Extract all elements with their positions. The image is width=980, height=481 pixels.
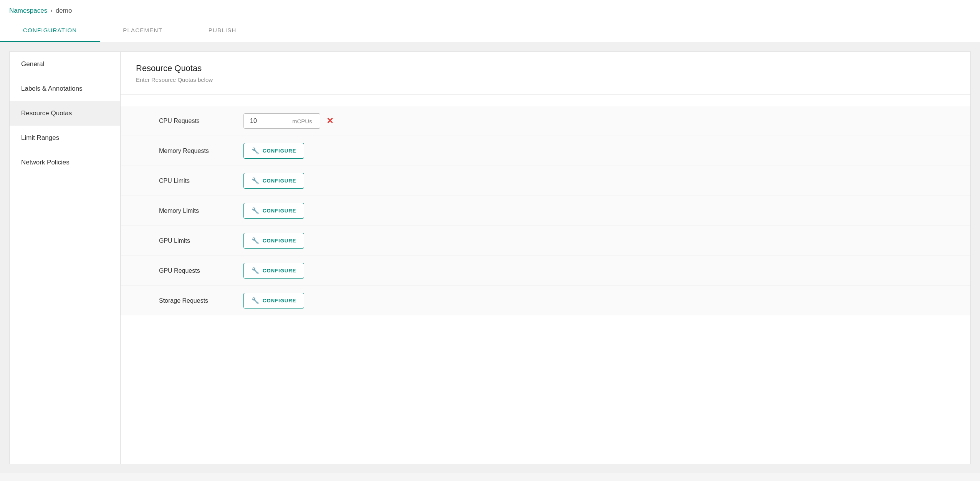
content-area: Resource Quotas Enter Resource Quotas be…: [121, 51, 971, 464]
wrench-icon-4: 🔧: [252, 237, 260, 244]
tab-publish[interactable]: PUBLISH: [185, 19, 260, 42]
label-storage-requests: Storage Requests: [159, 297, 243, 304]
sidebar-item-labels-annotations[interactable]: Labels & Annotations: [10, 76, 120, 101]
cpu-requests-field[interactable]: mCPUs: [243, 113, 320, 129]
label-cpu-limits: CPU Limits: [159, 177, 243, 184]
label-cpu-requests: CPU Requests: [159, 118, 243, 124]
configure-cpu-limits-button[interactable]: 🔧 CONFIGURE: [243, 173, 304, 189]
sidebar-item-network-policies[interactable]: Network Policies: [10, 150, 120, 175]
configure-storage-requests-button[interactable]: 🔧 CONFIGURE: [243, 293, 304, 309]
row-gpu-limits: GPU Limits 🔧 CONFIGURE: [121, 226, 970, 256]
sidebar: General Labels & Annotations Resource Qu…: [9, 51, 121, 464]
configure-memory-requests-button[interactable]: 🔧 CONFIGURE: [243, 143, 304, 159]
configure-memory-requests-label: CONFIGURE: [263, 148, 296, 154]
divider: [121, 95, 970, 95]
configure-memory-limits-label: CONFIGURE: [263, 208, 296, 214]
breadcrumb: Namespaces › demo: [0, 0, 980, 19]
main-layout: General Labels & Annotations Resource Qu…: [0, 42, 980, 473]
wrench-icon: 🔧: [252, 147, 260, 154]
row-gpu-requests: GPU Requests 🔧 CONFIGURE: [121, 256, 970, 286]
wrench-icon-5: 🔧: [252, 267, 260, 274]
sidebar-item-resource-quotas[interactable]: Resource Quotas: [10, 101, 120, 126]
breadcrumb-link[interactable]: Namespaces: [9, 7, 47, 15]
wrench-icon-6: 🔧: [252, 297, 260, 304]
row-cpu-requests: CPU Requests mCPUs ✕: [121, 106, 970, 136]
tab-placement[interactable]: PLACEMENT: [100, 19, 185, 42]
cpu-requests-input[interactable]: [250, 118, 273, 124]
delete-cpu-requests-icon[interactable]: ✕: [326, 116, 333, 126]
label-memory-limits: Memory Limits: [159, 207, 243, 214]
page-title: Resource Quotas: [136, 63, 955, 73]
configure-gpu-limits-button[interactable]: 🔧 CONFIGURE: [243, 233, 304, 249]
configure-memory-limits-button[interactable]: 🔧 CONFIGURE: [243, 203, 304, 219]
breadcrumb-separator: ›: [50, 7, 53, 15]
label-memory-requests: Memory Requests: [159, 148, 243, 154]
configure-gpu-requests-label: CONFIGURE: [263, 268, 296, 274]
tab-configuration[interactable]: CONFIGURATION: [0, 19, 100, 42]
row-memory-limits: Memory Limits 🔧 CONFIGURE: [121, 196, 970, 226]
label-gpu-requests: GPU Requests: [159, 267, 243, 274]
wrench-icon-2: 🔧: [252, 177, 260, 184]
sidebar-item-general[interactable]: General: [10, 52, 120, 76]
wrench-icon-3: 🔧: [252, 207, 260, 214]
configure-cpu-limits-label: CONFIGURE: [263, 178, 296, 184]
sidebar-item-limit-ranges[interactable]: Limit Ranges: [10, 126, 120, 150]
row-memory-requests: Memory Requests 🔧 CONFIGURE: [121, 136, 970, 166]
label-gpu-limits: GPU Limits: [159, 237, 243, 244]
cpu-requests-input-wrapper: mCPUs ✕: [243, 113, 333, 129]
breadcrumb-current: demo: [56, 7, 72, 15]
configure-gpu-requests-button[interactable]: 🔧 CONFIGURE: [243, 263, 304, 279]
configure-storage-requests-label: CONFIGURE: [263, 298, 296, 304]
row-cpu-limits: CPU Limits 🔧 CONFIGURE: [121, 166, 970, 196]
tabs-bar: CONFIGURATION PLACEMENT PUBLISH: [0, 19, 980, 42]
row-storage-requests: Storage Requests 🔧 CONFIGURE: [121, 286, 970, 315]
cpu-requests-unit: mCPUs: [292, 118, 312, 124]
configure-gpu-limits-label: CONFIGURE: [263, 238, 296, 244]
page-subtitle: Enter Resource Quotas below: [136, 76, 955, 83]
